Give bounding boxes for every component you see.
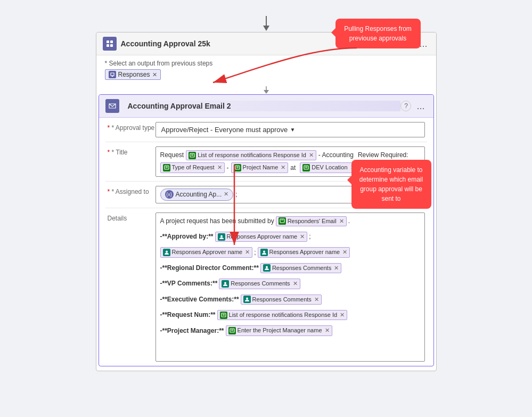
svg-rect-3	[110, 40, 113, 43]
card-1-select-label: * Select an output from previous steps	[105, 60, 428, 67]
token-label-dev-location: DEV Location	[312, 163, 347, 171]
svg-point-29	[224, 282, 226, 284]
callout-pulling-responses: Pulling Responses from previouse approva…	[335, 19, 421, 48]
details-field[interactable]: A project request has been submitted by …	[155, 212, 425, 362]
token-close-approver-3[interactable]: ✕	[342, 248, 347, 256]
details-content: A project request has been submitted by …	[155, 212, 425, 362]
svg-point-27	[263, 251, 265, 253]
token-close-approver-2[interactable]: ✕	[245, 248, 250, 256]
token-close-email[interactable]: ✕	[339, 217, 344, 225]
token-label-type-of-request: Type of Request	[172, 163, 215, 171]
svg-point-25	[220, 235, 223, 237]
accounting-ap-close[interactable]: ✕	[224, 190, 228, 198]
accounting-ap-label: Accounting Ap...	[176, 190, 222, 199]
token-label-responders-email: Responders' Email	[288, 217, 337, 225]
subcard-wrapper: Accounting Approval Email 2 ? ... * Appr…	[96, 86, 436, 366]
token-icon-comments-2	[222, 280, 229, 288]
responses-tag[interactable]: Responses ✕	[105, 69, 161, 80]
detail-line-submitted: A project request has been submitted by …	[160, 216, 350, 226]
accounting-ap-token[interactable]: {x} Accounting Ap... ✕	[160, 189, 234, 201]
assigned-to-label: * Assigned to	[108, 186, 155, 195]
title-text-accounting: - Accounting	[318, 151, 354, 160]
token-close-comments-1[interactable]: ✕	[334, 264, 339, 272]
token-label-response-id-1: List of response notifications Response …	[198, 151, 306, 159]
token-project-name[interactable]: Project Name ✕	[231, 162, 289, 173]
detail-text-regional: -**Regional Director Comment:**	[160, 264, 259, 273]
token-responses-comments-1[interactable]: Responses Comments ✕	[260, 263, 341, 273]
token-pm-name[interactable]: Enter the Project Manager name ✕	[226, 325, 332, 336]
token-icon-green-pm	[228, 327, 236, 334]
svg-point-28	[266, 266, 268, 268]
approval-type-label: * Approval type	[108, 122, 155, 132]
assigned-semicolon: ;	[235, 190, 237, 199]
token-icon-email	[279, 217, 286, 225]
callout-2-text: Accounting variable to determine which e…	[359, 166, 423, 202]
detail-semi-2: ;	[254, 248, 256, 257]
detail-text-1: A project request has been submitted by	[160, 217, 274, 226]
token-icon-approver-2	[163, 249, 170, 256]
token-label-approver-1: Responses Approver name	[227, 233, 298, 241]
title-text-request: Request	[160, 151, 184, 160]
callout-accounting-variable: Accounting variable to determine which e…	[351, 160, 431, 209]
token-close-type[interactable]: ✕	[217, 163, 222, 171]
detail-text-req-num: -**Request Num:**	[160, 310, 216, 320]
detail-line-approvers: Responses Approver name ✕ ; Responses A	[160, 247, 350, 257]
approval-type-content: Approve/Reject - Everyone must approve ▼	[155, 122, 425, 137]
title-label: * Title	[108, 146, 155, 156]
token-label-approver-3: Responses Approver name	[269, 248, 340, 256]
svg-rect-2	[107, 40, 109, 43]
token-icon-comments-3	[243, 296, 251, 303]
card-accounting-approval-email-2: Accounting Approval Email 2 ? ... * Appr…	[99, 94, 434, 366]
token-approver-3[interactable]: Responses Approver name ✕	[258, 247, 350, 257]
svg-point-30	[246, 298, 248, 300]
token-approver-2[interactable]: Responses Approver name ✕	[160, 247, 253, 257]
token-label-pm-name: Enter the Project Manager name	[238, 326, 322, 334]
card-2-menu[interactable]: ...	[414, 101, 427, 112]
token-close-reqnum[interactable]: ✕	[340, 311, 345, 319]
token-close-project[interactable]: ✕	[281, 163, 285, 171]
token-responses-comments-2[interactable]: Responses Comments ✕	[219, 279, 300, 289]
detail-text-pm: -**Project Manager:**	[160, 326, 224, 336]
flow-area: Accounting Approval 25k ... * Select an …	[96, 16, 437, 373]
token-responders-email[interactable]: Responders' Email ✕	[276, 216, 347, 226]
detail-line-vp: -**VP Comments:** Responses Comments ✕	[160, 279, 300, 289]
token-label-comments-2: Responses Comments	[231, 280, 290, 288]
token-close-comments-3[interactable]: ✕	[314, 296, 319, 304]
token-icon-green-2	[163, 164, 170, 171]
token-approver-1[interactable]: Responses Approver name ✕	[215, 232, 308, 242]
token-icon-approver-1	[218, 233, 225, 241]
card-2-help[interactable]: ?	[400, 101, 411, 111]
card-1-select-label-row: * Select an output from previous steps R…	[96, 55, 436, 82]
svg-rect-5	[110, 44, 113, 47]
detail-text-exec: -**Executive Comments:**	[160, 295, 239, 304]
title-text-review: Review Required:	[358, 151, 408, 160]
token-close-1[interactable]: ✕	[309, 151, 314, 159]
svg-marker-7	[264, 90, 269, 94]
token-label-approver-2: Responses Approver name	[172, 248, 243, 256]
select-chevron-icon: ▼	[290, 127, 419, 133]
token-icon-green-4	[302, 164, 310, 171]
detail-period: .	[348, 217, 350, 226]
card-1-select-area: Responses ✕	[105, 69, 428, 80]
approval-type-select[interactable]: Approve/Reject - Everyone must approve ▼	[155, 122, 425, 137]
details-row: Details A project request has been submi…	[99, 208, 433, 366]
token-label-response-id-2: List of response notifications Response …	[229, 311, 338, 319]
token-dev-location[interactable]: DEV Location ✕	[300, 162, 357, 173]
token-close-comments-2[interactable]: ✕	[293, 280, 298, 288]
token-close-pm[interactable]: ✕	[325, 326, 330, 334]
token-icon-green-reqnum	[220, 312, 227, 319]
token-responses-comments-3[interactable]: Responses Comments ✕	[241, 295, 322, 305]
inner-connector	[96, 86, 436, 95]
token-type-of-request[interactable]: Type of Request ✕	[160, 162, 225, 173]
responses-tag-close[interactable]: ✕	[152, 71, 157, 78]
svg-rect-23	[280, 219, 284, 223]
token-close-approver-1[interactable]: ✕	[300, 233, 305, 241]
token-response-id-1[interactable]: List of response notifications Response …	[186, 150, 316, 160]
token-label-comments-3: Responses Comments	[252, 296, 312, 304]
responses-tag-label: Responses	[118, 71, 150, 78]
token-response-id-2[interactable]: List of response notifications Response …	[217, 310, 348, 320]
title-text-at: at	[290, 163, 296, 173]
svg-marker-1	[263, 26, 269, 31]
card-2-icon	[105, 99, 119, 113]
approval-type-row: * Approval type Approve/Reject - Everyon…	[99, 118, 433, 142]
